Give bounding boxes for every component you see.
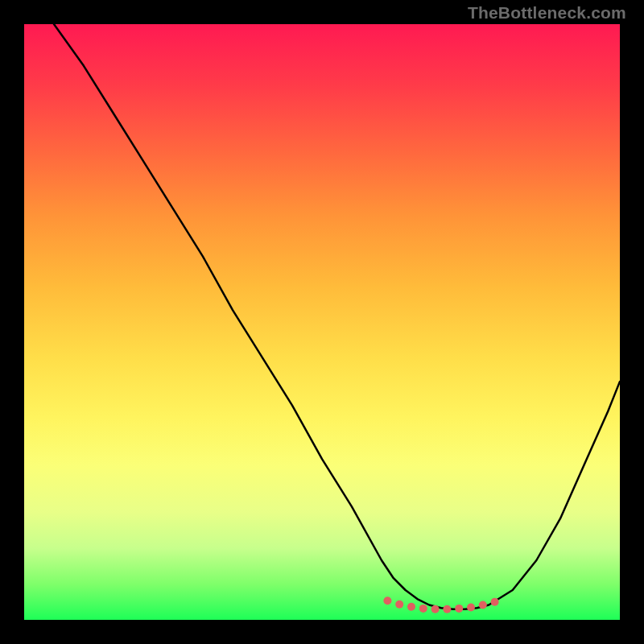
trough-dot (455, 605, 463, 613)
trough-dot (395, 601, 403, 609)
trough-dot (443, 605, 451, 613)
curve-svg (24, 24, 620, 620)
trough-dot (383, 597, 391, 605)
watermark-text: TheBottleneck.com (468, 3, 626, 23)
trough-dot (407, 603, 415, 611)
trough-dot (479, 601, 487, 609)
plot-area (24, 24, 620, 620)
trough-dot (467, 604, 475, 612)
trough-dot (431, 605, 440, 613)
curve-path (54, 24, 620, 609)
chart-container: TheBottleneck.com (0, 0, 644, 644)
trough-dot (419, 605, 427, 613)
trough-dot (491, 598, 499, 606)
